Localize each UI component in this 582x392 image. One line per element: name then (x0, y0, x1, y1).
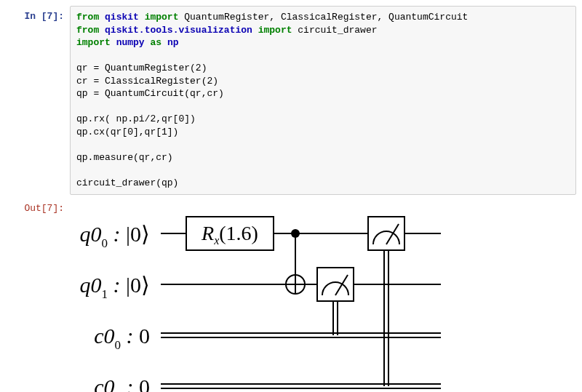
kw-as: as (150, 37, 162, 48)
input-cell: In [7]: from qiskit import QuantumRegist… (6, 6, 576, 195)
svg-point-7 (291, 229, 300, 238)
kw-import: import (76, 37, 111, 48)
output-area: q00 : |0⟩ q01 : |0⟩ c00 : 0 c01 : 0 (70, 198, 576, 392)
svg-text:c01 : 0: c01 : 0 (94, 375, 150, 392)
cnot-gate (286, 229, 305, 294)
code-text: cr = ClassicalRegister(2) (76, 76, 218, 87)
kw-from: from (76, 12, 99, 23)
module-qiskit-tools: qiskit.tools.visualization (105, 25, 252, 36)
svg-text:Rx(1.6): Rx(1.6) (201, 222, 258, 247)
svg-rect-15 (368, 217, 404, 250)
kw-import: import (258, 25, 292, 36)
output-cell: Out[7]: q00 : |0⟩ q01 : |0⟩ c00 (6, 198, 576, 392)
svg-rect-11 (317, 268, 354, 301)
wire-label-q01: q01 : |0⟩ (79, 273, 150, 301)
code-text: QuantumRegister, ClassicalRegister, Quan… (178, 12, 468, 23)
code-editor[interactable]: from qiskit import QuantumRegister, Clas… (70, 6, 576, 195)
code-text: qp = QuantumCircuit(qr,cr) (76, 88, 224, 99)
measure-q0 (368, 217, 404, 386)
svg-text:c00 : 0: c00 : 0 (94, 324, 150, 352)
kw-from: from (76, 25, 99, 36)
svg-text:q01 : |0⟩: q01 : |0⟩ (79, 273, 150, 301)
code-text: qp.rx( np.pi/2,qr[0]) (76, 113, 196, 124)
code-text: qp.measure(qr,cr) (76, 152, 173, 163)
wire-label-q00: q00 : |0⟩ (79, 222, 150, 250)
code-text: qr = QuantumRegister(2) (76, 63, 207, 73)
code-text: circuit_drawer(qp) (76, 177, 178, 188)
alias-np: np (167, 37, 179, 48)
measure-q1 (317, 268, 354, 335)
code-text: circuit_drawer (292, 25, 378, 36)
output-prompt: Out[7]: (6, 198, 70, 215)
input-prompt: In [7]: (6, 6, 70, 23)
svg-text:q00 : |0⟩: q00 : |0⟩ (79, 222, 150, 250)
module-numpy: numpy (116, 37, 145, 48)
module-qiskit: qiskit (105, 12, 139, 23)
kw-import: import (145, 12, 179, 23)
code-text: qp.cx(qr[0],qr[1]) (76, 127, 178, 137)
circuit-diagram: q00 : |0⟩ q01 : |0⟩ c00 : 0 c01 : 0 (70, 201, 448, 392)
wire-label-c00: c00 : 0 (94, 324, 150, 352)
rx-gate: Rx(1.6) (186, 217, 274, 250)
wire-label-c01: c01 : 0 (94, 375, 150, 392)
